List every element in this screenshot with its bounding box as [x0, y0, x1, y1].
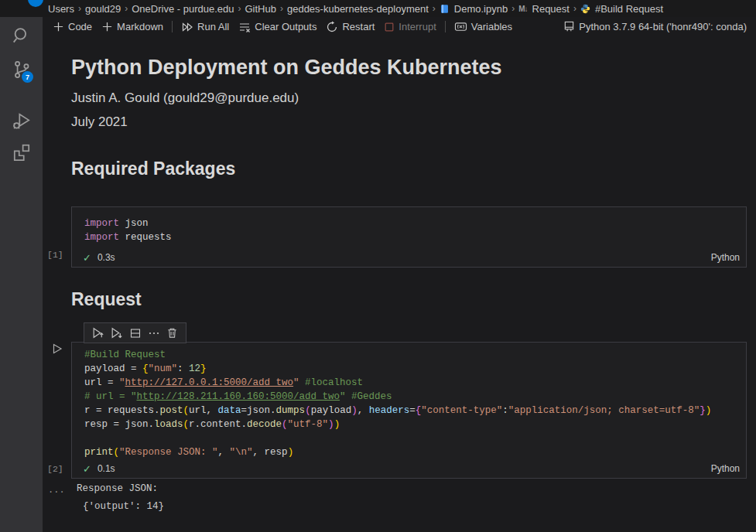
- breadcrumb-separator: ›: [432, 3, 436, 14]
- output-collapse-indicator[interactable]: ...: [48, 485, 65, 496]
- toolbar-divider: [172, 21, 173, 32]
- breadcrumb-item-users[interactable]: Users: [48, 3, 74, 15]
- execution-count-cell1: [1]: [47, 250, 63, 260]
- run-below-icon: [110, 326, 123, 339]
- python-icon: [580, 4, 590, 14]
- execution-time: 0.1s: [97, 463, 115, 474]
- extensions-icon[interactable]: [12, 143, 32, 163]
- add-code-label: Code: [68, 21, 92, 32]
- cell-hover-toolbar: [84, 322, 186, 343]
- clear-outputs-label: Clear Outputs: [255, 21, 316, 32]
- plus-icon: [53, 21, 64, 32]
- notification-dot: [28, 0, 43, 7]
- variables-label: Variables: [471, 21, 512, 32]
- add-markdown-label: Markdown: [117, 21, 163, 32]
- interrupt-icon: [384, 22, 395, 32]
- success-check-icon: ✓: [83, 252, 91, 264]
- breadcrumb-item-onedrive[interactable]: OneDrive - purdue.edu: [132, 3, 234, 15]
- breadcrumb-separator: ›: [237, 3, 241, 14]
- split-cell-button[interactable]: [128, 326, 142, 339]
- breadcrumb-item-notebook[interactable]: Demo.ipynb: [454, 3, 508, 15]
- breadcrumb-separator: ›: [124, 3, 128, 14]
- add-code-cell-button[interactable]: Code: [48, 19, 97, 36]
- code-cell-1: import jsonimport requests ✓ 0.3s Python: [71, 206, 747, 268]
- restart-button[interactable]: Restart: [321, 19, 379, 36]
- cell1-status-bar: ✓ 0.3s Python: [83, 251, 740, 264]
- run-all-icon: [181, 21, 193, 33]
- interrupt-button[interactable]: Interrupt: [379, 19, 440, 36]
- kernel-label: Python 3.7.9 64-bit ('honr490': conda): [579, 21, 747, 32]
- markdown-icon: M↓: [518, 5, 527, 13]
- run-and-debug-icon[interactable]: [12, 111, 32, 131]
- request-heading: Request: [71, 289, 142, 310]
- breadcrumb-separator: ›: [511, 3, 515, 14]
- add-markdown-cell-button[interactable]: Markdown: [97, 19, 168, 36]
- notebook-file-icon: [440, 4, 450, 14]
- success-check-icon: ✓: [83, 463, 91, 475]
- search-icon[interactable]: [12, 26, 32, 46]
- cell-language-label[interactable]: Python: [711, 463, 740, 474]
- breadcrumb: Users › gould29 › OneDrive - purdue.edu …: [48, 0, 663, 17]
- breadcrumb-item-request-section[interactable]: Request: [532, 3, 570, 15]
- trash-icon: [166, 327, 178, 339]
- run-all-button[interactable]: Run All: [176, 19, 234, 36]
- code-editor-cell1[interactable]: import jsonimport requests: [72, 207, 746, 244]
- ellipsis-icon: [148, 327, 160, 339]
- plus-icon: [101, 21, 113, 32]
- activity-bar: 7: [0, 17, 43, 532]
- breadcrumb-item-build-request-cell[interactable]: #Build Request: [595, 3, 663, 15]
- run-cells-above-button[interactable]: [91, 326, 104, 339]
- required-packages-heading: Required Packages: [71, 159, 235, 179]
- split-cell-icon: [129, 327, 142, 339]
- more-actions-button[interactable]: [147, 326, 160, 339]
- delete-cell-button[interactable]: [166, 326, 179, 339]
- cell2-status-bar: ✓ 0.1s Python: [83, 462, 740, 476]
- restart-icon: [326, 21, 338, 33]
- code-editor-cell2[interactable]: #Build Requestpayload = {"num": 12}url =…: [72, 343, 746, 459]
- execution-time: 0.3s: [97, 252, 115, 263]
- breadcrumb-separator: ›: [573, 3, 577, 14]
- variables-button[interactable]: Variables: [450, 19, 517, 36]
- interrupt-label: Interrupt: [399, 21, 436, 32]
- execution-count-cell2: [2]: [47, 464, 63, 474]
- breadcrumb-item-gould29[interactable]: gould29: [85, 3, 121, 15]
- page-title: Python Deployment on Geddes Kubernetes: [71, 56, 502, 80]
- code-cell-2: #Build Requestpayload = {"num": 12}url =…: [71, 342, 747, 479]
- source-control-badge: 7: [22, 71, 33, 83]
- title-breadcrumb-bar: Users › gould29 › OneDrive - purdue.edu …: [0, 0, 756, 17]
- author-line: Justin A. Gould (gould29@purdue.edu): [71, 90, 299, 106]
- kernel-icon: [563, 21, 575, 32]
- breadcrumb-item-github[interactable]: GitHub: [245, 3, 275, 15]
- run-above-icon: [91, 326, 104, 339]
- clear-outputs-icon: [238, 21, 251, 33]
- breadcrumb-separator: ›: [77, 3, 82, 14]
- run-all-label: Run All: [197, 21, 229, 32]
- run-cell-button[interactable]: [51, 343, 63, 355]
- toolbar-divider: [445, 21, 446, 32]
- run-cells-below-button[interactable]: [110, 326, 123, 339]
- notebook-toolbar: Code Markdown Run All Clear Outputs Rest…: [43, 17, 756, 36]
- variables-icon: [454, 21, 467, 32]
- breadcrumb-separator: ›: [279, 3, 284, 14]
- restart-label: Restart: [342, 21, 375, 32]
- cell-output-line1: Response JSON:: [77, 483, 158, 494]
- date-line: July 2021: [71, 114, 128, 130]
- breadcrumb-item-repo[interactable]: geddes-kubernetes-deployment: [287, 3, 429, 15]
- clear-outputs-button[interactable]: Clear Outputs: [234, 19, 321, 36]
- cell-output-line2: {'output': 14}: [83, 501, 164, 512]
- kernel-picker[interactable]: Python 3.7.9 64-bit ('honr490': conda): [559, 19, 751, 36]
- cell-language-label[interactable]: Python: [711, 252, 740, 263]
